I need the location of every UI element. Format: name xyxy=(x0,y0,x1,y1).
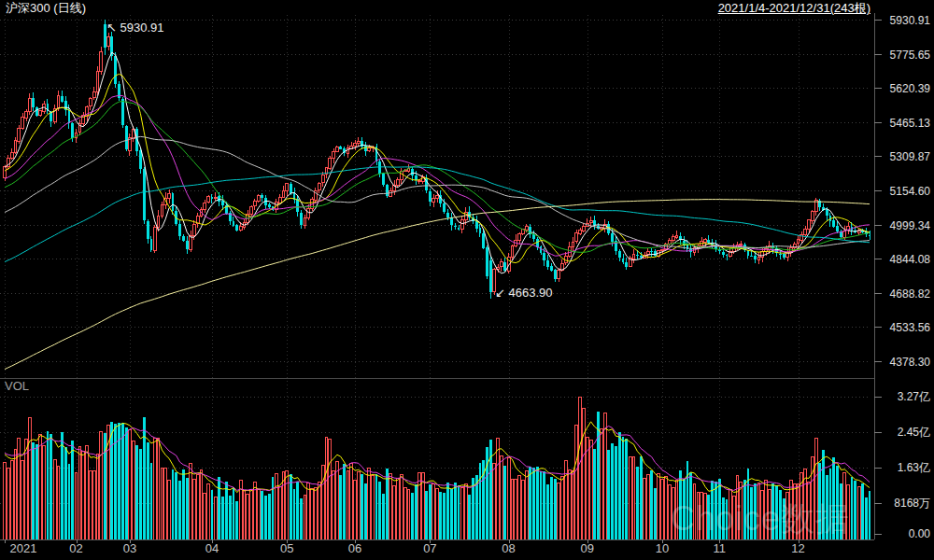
down-left-arrow-icon: ↙ xyxy=(495,286,505,300)
x-axis-label-month: 05 xyxy=(280,542,293,555)
volume-axis-label: 2.45亿 xyxy=(898,426,930,439)
price-axis-label: 4378.30 xyxy=(890,356,930,369)
x-axis-label-month: 11 xyxy=(714,542,727,555)
volume-axis-label: 0.00 xyxy=(909,527,930,540)
x-axis-label-month: 07 xyxy=(423,542,436,555)
x-axis-label-month: 02 xyxy=(69,542,82,555)
up-left-arrow-icon: ↖ xyxy=(106,21,117,35)
price-axis-label: 5620.39 xyxy=(890,82,930,95)
chart-window: 沪深300 (日线) 2021/1/4-2021/12/31(243根) VOL… xyxy=(0,0,934,560)
low-annotation-value: 4663.90 xyxy=(509,286,553,300)
chart-canvas[interactable] xyxy=(0,0,934,560)
volume-axis-label: 1.63亿 xyxy=(898,461,930,474)
price-axis-label: 4688.82 xyxy=(890,287,930,301)
chart-title: 沪深300 (日线) xyxy=(6,2,86,15)
price-axis-label: 5309.87 xyxy=(890,150,930,163)
x-axis-label-month: 08 xyxy=(502,542,515,555)
volume-axis-label: 8168万 xyxy=(894,497,930,510)
x-axis-label-month: 06 xyxy=(348,542,361,555)
price-axis-label: 4533.56 xyxy=(890,321,930,334)
high-annotation-value: 5930.91 xyxy=(120,21,164,35)
volume-pane-label: VOL xyxy=(5,380,29,393)
x-axis-label-month: 03 xyxy=(123,542,136,555)
x-axis-label-month: 04 xyxy=(205,542,219,555)
date-range-link[interactable]: 2021/1/4-2021/12/31(243根) xyxy=(718,2,870,15)
high-annotation: ↖ 5930.91 xyxy=(106,21,164,35)
volume-axis-label: 3.27亿 xyxy=(898,390,930,403)
x-axis-label-month: 12 xyxy=(791,542,804,555)
x-axis-label-month: 09 xyxy=(581,542,594,555)
x-axis-label-month: 2021 xyxy=(10,542,37,555)
low-annotation: ↙ 4663.90 xyxy=(495,286,553,300)
price-axis-label: 5465.13 xyxy=(890,117,930,130)
x-axis-label-month: 10 xyxy=(656,542,669,555)
price-axis-label: 5154.60 xyxy=(890,185,930,198)
price-axis-label: 4999.34 xyxy=(890,219,930,232)
price-axis-label: 5775.65 xyxy=(890,49,930,62)
price-axis-label: 5930.91 xyxy=(890,14,930,27)
price-axis-label: 4844.08 xyxy=(890,253,930,266)
